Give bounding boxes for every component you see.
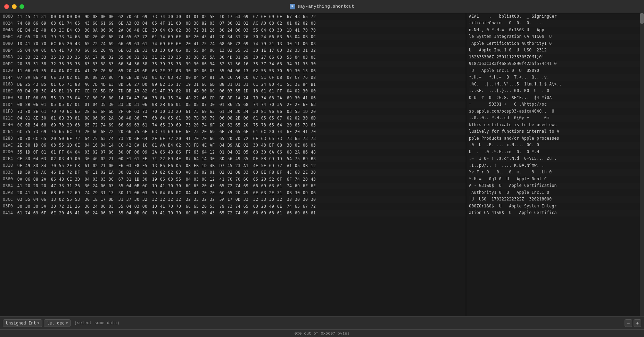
hex-byte[interactable]: 72	[91, 41, 99, 46]
hex-byte[interactable]: 24	[91, 211, 99, 215]
hex-group[interactable]: 32333633	[50, 61, 81, 66]
hex-byte[interactable]: 54	[32, 123, 40, 128]
hex-byte[interactable]: B1	[58, 89, 65, 93]
hex-byte[interactable]: 79	[218, 204, 226, 209]
hex-group[interactable]: 3330355A	[184, 55, 216, 60]
hex-byte[interactable]: 61	[276, 211, 283, 215]
hex-byte[interactable]: 26	[74, 204, 81, 209]
hex-byte[interactable]: A3	[125, 21, 133, 26]
hex-byte[interactable]: E3	[107, 82, 115, 87]
hex-group[interactable]: 35303131	[117, 55, 149, 60]
hex-byte[interactable]: 4B	[192, 89, 200, 93]
hex-byte[interactable]: 01	[184, 89, 192, 93]
hex-group[interactable]: ACA00302	[252, 21, 283, 26]
hex-byte[interactable]: 5B	[99, 89, 107, 93]
hex-group[interactable]: 87641A30	[184, 156, 216, 161]
hex-byte[interactable]: 31	[192, 82, 200, 87]
hex-byte[interactable]: 21	[99, 163, 107, 168]
hex-byte[interactable]: 69	[125, 123, 133, 128]
hex-byte[interactable]: 30	[24, 143, 32, 148]
hex-byte[interactable]: 07	[66, 102, 73, 107]
hex-byte[interactable]: 1D	[32, 143, 40, 148]
hex-byte[interactable]: 02	[133, 170, 141, 175]
hex-byte[interactable]: 30	[200, 89, 208, 93]
hex-byte[interactable]: 20	[242, 123, 250, 128]
hex-byte[interactable]: 2A	[151, 150, 158, 155]
hex-byte[interactable]: 41	[218, 177, 226, 182]
hex-byte[interactable]: 79	[74, 129, 81, 134]
hex-byte[interactable]: 38	[99, 61, 107, 66]
hex-byte[interactable]: F7	[74, 89, 81, 93]
hex-byte[interactable]: 61	[309, 211, 317, 215]
hex-byte[interactable]: 33	[58, 183, 65, 188]
hex-byte[interactable]: 18	[83, 96, 91, 100]
hex-group[interactable]: 676E696E	[252, 14, 283, 19]
hex-group[interactable]: 20417574	[16, 190, 48, 195]
hex-byte[interactable]: 6F	[159, 136, 166, 141]
hex-row[interactable]: 03CC0355040613025553301E170D313730323232…	[0, 196, 466, 203]
hex-byte[interactable]: 20	[66, 123, 73, 128]
hex-byte[interactable]: 79	[208, 116, 216, 121]
hex-group[interactable]: 35333036	[50, 55, 81, 60]
hex-byte[interactable]: CD	[208, 96, 216, 100]
hex-group[interactable]: 30110603	[117, 190, 149, 195]
hex-byte[interactable]: C8	[91, 89, 99, 93]
hex-byte[interactable]: 6C	[50, 41, 57, 46]
hex-byte[interactable]: 07	[99, 150, 107, 155]
hex-byte[interactable]: 02	[226, 48, 234, 53]
hex-byte[interactable]: 31	[141, 55, 149, 60]
hex-byte[interactable]: 1D	[24, 150, 32, 155]
hex-byte[interactable]: 04	[125, 211, 133, 215]
hex-group[interactable]: B831D131	[218, 82, 250, 87]
hex-byte[interactable]: CE	[125, 75, 133, 80]
hex-byte[interactable]: 20	[16, 61, 24, 66]
hex-row[interactable]: 02400C6B54686973206365727469666963617465…	[0, 122, 466, 129]
hex-byte[interactable]: 03	[133, 204, 141, 209]
hex-byte[interactable]: 29	[242, 55, 250, 60]
hex-group[interactable]: 6374696F	[151, 129, 182, 134]
hex-byte[interactable]: 07	[16, 75, 24, 80]
hex-byte[interactable]: 07	[218, 21, 226, 26]
hex-byte[interactable]: 30	[159, 109, 166, 114]
hex-byte[interactable]: 69	[294, 183, 301, 188]
hex-byte[interactable]: 63	[260, 190, 267, 195]
hex-byte[interactable]: 73	[302, 136, 309, 141]
hex-byte[interactable]: 30	[226, 21, 234, 26]
hex-byte[interactable]: 31	[125, 177, 133, 182]
hex-group[interactable]: 05050730	[184, 102, 216, 107]
hex-byte[interactable]: 03	[226, 89, 234, 93]
hex-group[interactable]: 6C652049	[218, 190, 250, 195]
hex-group[interactable]: 02555330	[252, 68, 283, 73]
hex-byte[interactable]: 03	[133, 21, 141, 26]
hex-byte[interactable]: 0A	[74, 68, 81, 73]
hex-byte[interactable]: 04	[294, 55, 301, 60]
hex-byte[interactable]: AA	[159, 143, 166, 148]
hex-byte[interactable]: 69	[268, 14, 275, 19]
hex-byte[interactable]: 55	[40, 68, 48, 73]
hex-byte[interactable]: 04	[286, 89, 293, 93]
hex-byte[interactable]: 70	[32, 41, 40, 46]
hex-byte[interactable]: 08	[91, 75, 99, 80]
hex-byte[interactable]: 01	[218, 102, 226, 107]
hex-row[interactable]: 03600A06082A8648CE3D0403033067311B301906…	[0, 176, 466, 183]
hex-byte[interactable]: 00	[252, 150, 259, 155]
hex-byte[interactable]: 69	[167, 34, 174, 39]
hex-byte[interactable]: 00	[141, 204, 149, 209]
hex-byte[interactable]: EE	[141, 156, 149, 161]
hex-byte[interactable]: 06	[159, 177, 166, 182]
hex-group[interactable]: 7320746F	[184, 123, 216, 128]
hex-byte[interactable]: 06	[40, 143, 48, 148]
hex-group[interactable]: F7636412	[184, 150, 216, 155]
hex-group[interactable]: 03D4CB3C	[16, 89, 48, 93]
hex-row[interactable]: 03A820417574686F726974793113301106035504…	[0, 189, 466, 196]
hex-group[interactable]: 7DBBA382	[117, 89, 149, 93]
hex-byte[interactable]: 3D	[58, 75, 65, 80]
hex-byte[interactable]: 0C	[40, 48, 48, 53]
hex-byte[interactable]: 08	[276, 143, 283, 148]
hex-group[interactable]: 6C652053	[16, 34, 48, 39]
hex-byte[interactable]: 0A	[167, 190, 174, 195]
hex-byte[interactable]: 6D	[309, 116, 317, 121]
hex-byte[interactable]: 06	[302, 41, 309, 46]
hex-byte[interactable]: 13	[107, 190, 115, 195]
hex-group[interactable]: 59301306	[286, 68, 317, 73]
